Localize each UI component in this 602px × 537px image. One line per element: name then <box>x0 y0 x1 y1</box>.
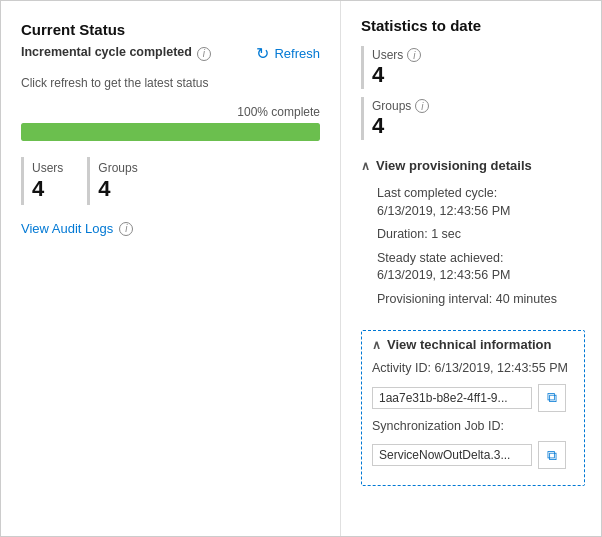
last-cycle-row: Last completed cycle: 6/13/2019, 12:43:5… <box>377 185 585 220</box>
right-panel: Statistics to date Users i 4 Groups i 4 <box>341 1 601 536</box>
refresh-icon: ↻ <box>256 44 269 63</box>
audit-info-icon[interactable]: i <box>119 222 133 236</box>
left-stats-row: Users 4 Groups 4 <box>21 157 320 205</box>
right-users-label: Users <box>372 48 403 62</box>
users-value: 4 <box>32 177 63 201</box>
sync-job-field: ServiceNowOutDelta.3... <box>372 444 532 466</box>
technical-info-body: Activity ID: 6/13/2019, 12:43:55 PM 1aa7… <box>372 360 574 469</box>
refresh-label: Refresh <box>274 46 320 61</box>
users-label: Users <box>32 161 63 175</box>
view-audit-logs-link[interactable]: View Audit Logs <box>21 221 113 236</box>
duration-row: Duration: 1 sec <box>377 226 585 244</box>
users-stat-box: Users 4 <box>21 157 79 205</box>
left-panel: Current Status Incremental cycle complet… <box>1 1 341 536</box>
statistics-title: Statistics to date <box>361 17 585 34</box>
click-refresh-text: Click refresh to get the latest status <box>21 76 208 90</box>
provisioning-details-label: View provisioning details <box>376 158 532 173</box>
sync-job-copy-button[interactable]: ⧉ <box>538 441 566 469</box>
steady-state-row: Steady state achieved: 6/13/2019, 12:43:… <box>377 250 585 285</box>
groups-stat-box: Groups 4 <box>87 157 153 205</box>
duration-label: Duration: 1 sec <box>377 227 461 241</box>
activity-id-copy-button[interactable]: ⧉ <box>538 384 566 412</box>
right-groups-stat-box: Groups i 4 <box>361 97 441 140</box>
technical-info-header[interactable]: ∧ View technical information <box>372 337 574 352</box>
technical-info-section: ∧ View technical information Activity ID… <box>361 330 585 486</box>
sync-job-label-row: Synchronization Job ID: <box>372 418 574 436</box>
right-groups-label: Groups <box>372 99 411 113</box>
subtitle-info-icon[interactable]: i <box>197 47 211 61</box>
sync-job-label: Synchronization Job ID: <box>372 419 504 433</box>
interval-row: Provisioning interval: 40 minutes <box>377 291 585 309</box>
activity-id-copy-row: 1aa7e31b-b8e2-4ff1-9... ⧉ <box>372 384 574 412</box>
progress-label: 100% complete <box>237 105 320 119</box>
steady-state-value: 6/13/2019, 12:43:56 PM <box>377 268 510 282</box>
provisioning-details-section: ∧ View provisioning details Last complet… <box>361 152 585 320</box>
right-groups-value: 4 <box>372 114 429 138</box>
right-groups-info-icon[interactable]: i <box>415 99 429 113</box>
steady-state-label: Steady state achieved: <box>377 251 503 265</box>
last-cycle-label: Last completed cycle: <box>377 186 497 200</box>
provisioning-details-header[interactable]: ∧ View provisioning details <box>361 152 585 179</box>
right-users-value: 4 <box>372 63 421 87</box>
technical-info-label: View technical information <box>387 337 551 352</box>
current-status-title: Current Status <box>21 21 320 38</box>
provisioning-details-body: Last completed cycle: 6/13/2019, 12:43:5… <box>361 179 585 320</box>
groups-label: Groups <box>98 161 137 175</box>
right-users-stat-box: Users i 4 <box>361 46 433 89</box>
activity-id-label: Activity ID: 6/13/2019, 12:43:55 PM <box>372 361 568 375</box>
groups-value: 4 <box>98 177 137 201</box>
right-users-info-icon[interactable]: i <box>407 48 421 62</box>
cycle-status-label: Incremental cycle completed <box>21 45 192 59</box>
click-refresh-hint: Click refresh to get the latest status <box>21 75 320 90</box>
provisioning-chevron-icon: ∧ <box>361 159 370 173</box>
interval-label: Provisioning interval: 40 minutes <box>377 292 557 306</box>
technical-chevron-icon: ∧ <box>372 338 381 352</box>
progress-label-container: 100% complete <box>21 104 320 119</box>
activity-id-field: 1aa7e31b-b8e2-4ff1-9... <box>372 387 532 409</box>
refresh-button[interactable]: ↻ Refresh <box>256 44 320 63</box>
sync-job-copy-row: ServiceNowOutDelta.3... ⧉ <box>372 441 574 469</box>
progress-bar-background <box>21 123 320 141</box>
last-cycle-value: 6/13/2019, 12:43:56 PM <box>377 204 510 218</box>
activity-id-label-row: Activity ID: 6/13/2019, 12:43:55 PM <box>372 360 574 378</box>
status-row: Incremental cycle completed i ↻ Refresh <box>21 44 320 63</box>
progress-bar-fill <box>21 123 320 141</box>
